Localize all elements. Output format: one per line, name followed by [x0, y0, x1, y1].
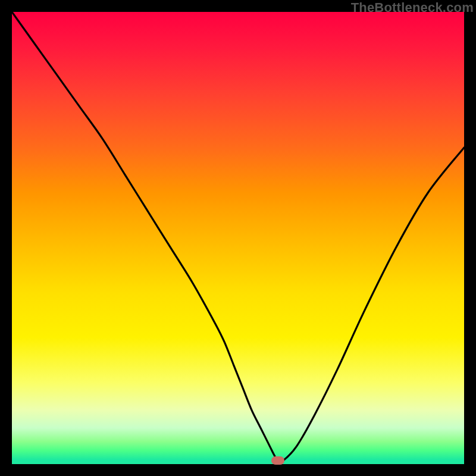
chart-frame: TheBottleneck.com [0, 0, 476, 476]
bottleneck-curve [12, 12, 464, 464]
plot-area [12, 12, 464, 464]
optimum-marker [271, 456, 284, 465]
